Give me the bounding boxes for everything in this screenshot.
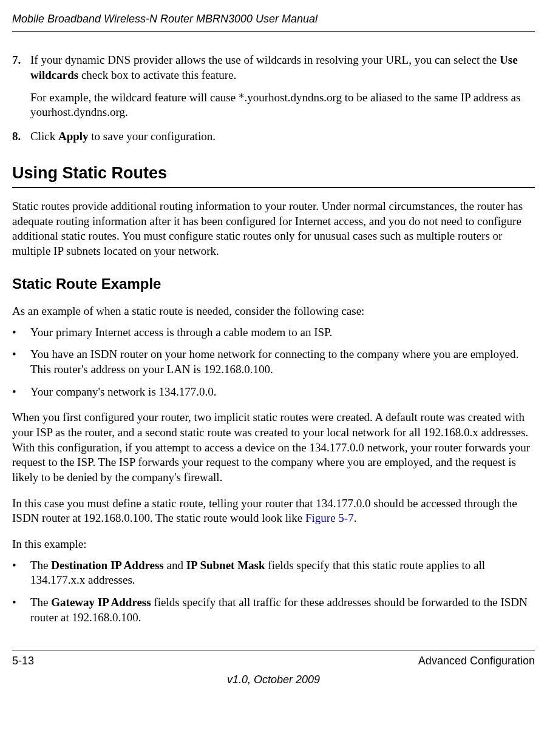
bold-text: Gateway IP Address bbox=[51, 596, 151, 609]
section-title: Advanced Configuration bbox=[418, 654, 535, 668]
step-content: If your dynamic DNS provider allows the … bbox=[30, 53, 535, 120]
bold-text: Destination IP Address bbox=[51, 559, 163, 572]
text: . bbox=[354, 511, 357, 524]
list-item: • You have an ISDN router on your home n… bbox=[12, 347, 535, 377]
heading-static-route-example: Static Route Example bbox=[12, 274, 535, 293]
text: to save your configuration. bbox=[89, 130, 216, 143]
bullet-list: • The Destination IP Address and IP Subn… bbox=[12, 558, 535, 626]
page-footer: 5-13 Advanced Configuration v1.0, Octobe… bbox=[12, 650, 535, 687]
text: The bbox=[30, 559, 51, 572]
step-number: 8. bbox=[12, 129, 30, 144]
bullet-icon: • bbox=[12, 325, 30, 340]
text: Click bbox=[30, 130, 58, 143]
list-item: • The Destination IP Address and IP Subn… bbox=[12, 558, 535, 588]
text: You have an ISDN router on your home net… bbox=[30, 347, 535, 377]
text: The bbox=[30, 596, 51, 609]
text: If your dynamic DNS provider allows the … bbox=[30, 53, 500, 66]
text: and bbox=[164, 559, 186, 572]
text: For example, the wildcard feature will c… bbox=[30, 90, 535, 120]
paragraph: In this case you must define a static ro… bbox=[12, 496, 535, 526]
heading-using-static-routes: Using Static Routes bbox=[12, 163, 535, 188]
bold-text: IP Subnet Mask bbox=[186, 559, 265, 572]
figure-link[interactable]: Figure 5-7 bbox=[305, 511, 354, 524]
text: Your company's network is 134.177.0.0. bbox=[30, 385, 535, 400]
version-info: v1.0, October 2009 bbox=[12, 673, 535, 687]
paragraph: In this example: bbox=[12, 537, 535, 552]
bullet-icon: • bbox=[12, 558, 30, 588]
bullet-icon: • bbox=[12, 385, 30, 400]
text: In this case you must define a static ro… bbox=[12, 497, 517, 525]
bullet-list: • Your primary Internet access is throug… bbox=[12, 325, 535, 400]
step-8: 8. Click Apply to save your configuratio… bbox=[12, 129, 535, 144]
list-item: • Your primary Internet access is throug… bbox=[12, 325, 535, 340]
page-header: Mobile Broadband Wireless-N Router MBRN3… bbox=[12, 12, 535, 32]
step-content: Click Apply to save your configuration. bbox=[30, 129, 535, 144]
bullet-icon: • bbox=[12, 595, 30, 625]
list-item: • Your company's network is 134.177.0.0. bbox=[12, 385, 535, 400]
bullet-icon: • bbox=[12, 347, 30, 377]
bold-text: Apply bbox=[58, 130, 89, 143]
paragraph: When you first configured your router, t… bbox=[12, 410, 535, 485]
step-number: 7. bbox=[12, 53, 30, 120]
paragraph: Static routes provide additional routing… bbox=[12, 199, 535, 259]
step-7: 7. If your dynamic DNS provider allows t… bbox=[12, 53, 535, 120]
paragraph: As an example of when a static route is … bbox=[12, 304, 535, 319]
list-item: • The Gateway IP Address fields specify … bbox=[12, 595, 535, 625]
page-number: 5-13 bbox=[12, 654, 34, 668]
text: check box to activate this feature. bbox=[78, 69, 236, 81]
text: Your primary Internet access is through … bbox=[30, 325, 535, 340]
